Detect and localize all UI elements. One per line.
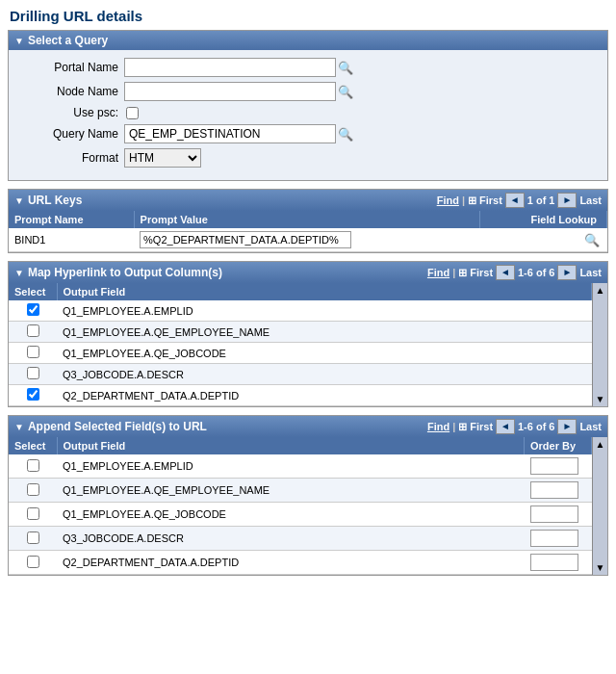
append-fields-checkbox[interactable] (27, 483, 39, 496)
append-fields-order-input[interactable] (530, 530, 578, 547)
format-select[interactable]: HTM CSV XML (124, 148, 201, 168)
url-keys-next-button[interactable]: ► (557, 193, 577, 208)
query-name-search-button[interactable]: 🔍 (338, 127, 353, 142)
append-fields-field-cell: Q1_EMPLOYEE.A.QE_JOBCODE (57, 503, 525, 527)
append-fields-header-left: ▼ Append Selected Field(s) to URL (14, 420, 207, 433)
page-title: Drilling URL details (0, 0, 616, 30)
append-fields-section: ▼ Append Selected Field(s) to URL Find |… (8, 415, 608, 576)
append-fields-row: Q1_EMPLOYEE.A.QE_JOBCODE (9, 503, 592, 527)
append-fields-select-cell (9, 454, 57, 479)
url-keys-nav-first[interactable]: First (479, 194, 502, 206)
map-hyperlink-checkbox[interactable] (27, 324, 39, 337)
url-keys-row: BIND1 🔍 (9, 228, 607, 252)
url-keys-label: URL Keys (28, 194, 82, 207)
map-hyperlink-field-cell: Q2_DEPARTMENT_DATA.A.DEPTID (57, 385, 592, 406)
map-hyperlink-checkbox[interactable] (27, 303, 39, 316)
append-fields-scroll-up-icon[interactable]: ▲ (596, 439, 605, 450)
map-hyperlink-checkbox[interactable] (27, 388, 39, 401)
map-hyperlink-expand-icon[interactable]: ⊞ (458, 267, 467, 279)
map-hyperlink-scroll-up-icon[interactable]: ▲ (596, 285, 605, 296)
url-keys-nav: Find | ⊞ First ◄ 1 of 1 ► Last (437, 193, 602, 208)
url-keys-prompt-name: BIND1 (9, 228, 134, 252)
append-fields-checkbox[interactable] (27, 556, 39, 568)
append-fields-row: Q1_EMPLOYEE.A.QE_EMPLOYEE_NAME (9, 479, 592, 503)
url-keys-find-link[interactable]: Find (437, 194, 459, 206)
format-row: Format HTM CSV XML (18, 148, 598, 168)
append-fields-checkbox[interactable] (27, 531, 39, 544)
use-psc-checkbox[interactable] (126, 107, 139, 119)
append-fields-col-select: Select (9, 437, 57, 454)
url-keys-collapse-icon[interactable]: ▼ (14, 195, 24, 206)
node-name-input[interactable] (124, 82, 336, 101)
map-hyperlink-select-cell (9, 343, 57, 364)
append-fields-scroll-down-icon[interactable]: ▼ (596, 562, 605, 573)
url-keys-section: ▼ URL Keys Find | ⊞ First ◄ 1 of 1 ► Las… (8, 189, 608, 253)
append-fields-select-cell (9, 551, 57, 575)
map-hyperlink-section: ▼ Map Hyperlink to Output Column(s) Find… (8, 261, 608, 407)
map-hyperlink-checkbox[interactable] (27, 346, 39, 358)
map-hyperlink-header: ▼ Map Hyperlink to Output Column(s) Find… (9, 262, 607, 283)
use-psc-row: Use psc: (18, 106, 598, 119)
url-keys-nav-last[interactable]: Last (579, 194, 602, 206)
collapse-arrow-icon[interactable]: ▼ (14, 36, 24, 46)
map-hyperlink-label: Map Hyperlink to Output Column(s) (28, 266, 222, 279)
append-fields-nav-first[interactable]: First (470, 421, 493, 432)
map-hyperlink-row: Q1_EMPLOYEE.A.EMPLID (9, 300, 592, 322)
append-fields-order-cell (525, 551, 592, 575)
portal-name-row: Portal Name 🔍 (18, 58, 598, 77)
map-hyperlink-col-headers: Select Output Field (9, 283, 592, 300)
url-keys-lookup-button[interactable]: 🔍 (584, 233, 600, 247)
portal-name-input[interactable] (124, 58, 336, 77)
append-fields-expand-icon[interactable]: ⊞ (458, 421, 467, 433)
map-hyperlink-nav-first[interactable]: First (470, 267, 493, 278)
map-hyperlink-scroll-down-icon[interactable]: ▼ (596, 394, 605, 404)
url-keys-expand-icon[interactable]: ⊞ (468, 194, 476, 207)
append-fields-order-input[interactable] (530, 554, 578, 571)
append-fields-collapse-icon[interactable]: ▼ (14, 422, 24, 432)
append-fields-next-button[interactable]: ► (557, 419, 577, 434)
url-keys-header-left: ▼ URL Keys (14, 194, 82, 207)
map-hyperlink-collapse-icon[interactable]: ▼ (14, 268, 24, 278)
url-keys-nav-count: 1 of 1 (527, 194, 555, 206)
map-hyperlink-checkbox[interactable] (27, 367, 39, 379)
map-hyperlink-select-cell (9, 300, 57, 322)
map-hyperlink-select-cell (9, 385, 57, 406)
portal-name-search-button[interactable]: 🔍 (338, 61, 353, 75)
url-keys-prompt-value (134, 228, 479, 252)
append-fields-row: Q3_JOBCODE.A.DESCR (9, 527, 592, 551)
append-fields-col-headers: Select Output Field Order By (9, 437, 592, 454)
map-hyperlink-prev-button[interactable]: ◄ (496, 265, 515, 280)
map-hyperlink-field-cell: Q3_JOBCODE.A.DESCR (57, 364, 592, 385)
append-fields-nav-count: 1-6 of 6 (518, 421, 555, 432)
url-keys-prompt-value-input[interactable] (140, 231, 351, 248)
append-fields-find-link[interactable]: Find (427, 421, 449, 432)
append-fields-field-cell: Q2_DEPARTMENT_DATA.A.DEPTID (57, 551, 525, 575)
append-fields-prev-button[interactable]: ◄ (496, 419, 515, 434)
map-hyperlink-nav: Find | ⊞ First ◄ 1-6 of 6 ► Last (427, 265, 602, 280)
append-fields-checkbox[interactable] (27, 507, 39, 520)
append-fields-field-cell: Q1_EMPLOYEE.A.QE_EMPLOYEE_NAME (57, 479, 525, 503)
append-fields-field-cell: Q3_JOBCODE.A.DESCR (57, 527, 525, 551)
append-fields-nav-last[interactable]: Last (579, 421, 602, 432)
node-name-search-button[interactable]: 🔍 (338, 85, 353, 99)
append-fields-field-cell: Q1_EMPLOYEE.A.EMPLID (57, 454, 525, 479)
map-hyperlink-row: Q1_EMPLOYEE.A.QE_EMPLOYEE_NAME (9, 322, 592, 343)
append-fields-order-input[interactable] (530, 481, 578, 499)
map-hyperlink-nav-last[interactable]: Last (579, 267, 602, 278)
append-fields-row: Q1_EMPLOYEE.A.EMPLID (9, 454, 592, 479)
query-name-input[interactable] (124, 124, 336, 143)
append-fields-order-cell (525, 527, 592, 551)
append-fields-select-cell (9, 527, 57, 551)
map-hyperlink-find-link[interactable]: Find (427, 267, 449, 278)
map-hyperlink-col-output-field: Output Field (57, 283, 592, 300)
use-psc-label: Use psc: (18, 106, 124, 119)
append-fields-select-cell (9, 479, 57, 503)
map-hyperlink-next-button[interactable]: ► (557, 265, 577, 280)
append-fields-checkbox[interactable] (27, 459, 39, 472)
portal-name-label: Portal Name (18, 61, 124, 74)
url-keys-prev-button[interactable]: ◄ (505, 193, 525, 208)
append-fields-order-input[interactable] (530, 457, 578, 475)
append-fields-order-input[interactable] (530, 506, 578, 523)
map-hyperlink-field-cell: Q1_EMPLOYEE.A.EMPLID (57, 300, 592, 322)
append-fields-select-cell (9, 503, 57, 527)
